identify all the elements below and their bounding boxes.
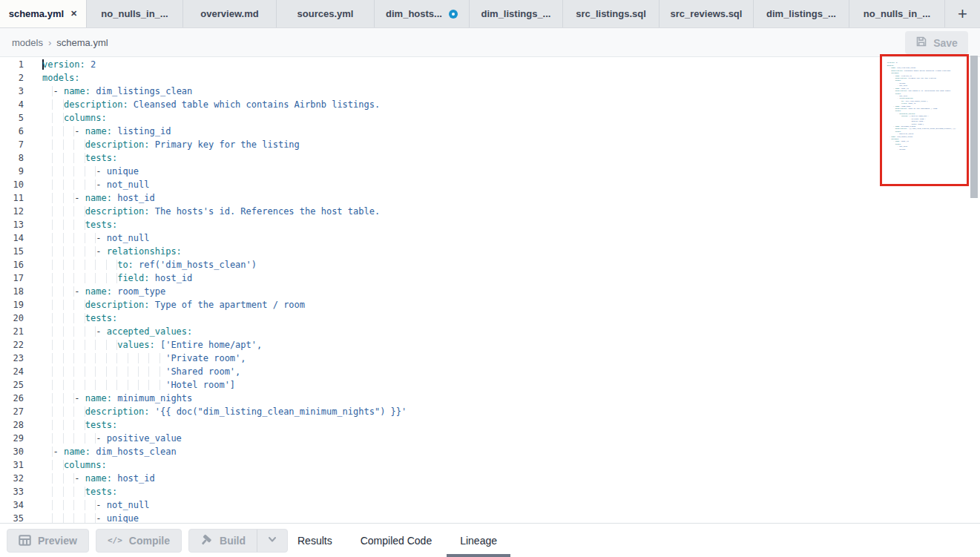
code-line[interactable]: 4 description: Cleansed table which cont… — [0, 98, 980, 111]
code-line-text: description: The hosts's id. References … — [24, 205, 380, 218]
line-number: 15 — [0, 245, 24, 258]
line-number: 18 — [0, 285, 24, 298]
tab-dim-listings[interactable]: dim_listings_... — [470, 0, 563, 27]
code-line-text: - accepted_values: — [24, 325, 192, 338]
code-line[interactable]: 23 'Private room', — [0, 352, 980, 365]
tab-src-reviews-sql[interactable]: src_reviews.sql — [660, 0, 754, 27]
tab-schema-yml[interactable]: schema.yml✕ — [0, 0, 87, 27]
code-line[interactable]: 27 description: '{{ doc("dim_listing_cle… — [0, 405, 980, 418]
line-number: 14 — [0, 231, 24, 245]
line-number: 20 — [0, 312, 24, 325]
code-line[interactable]: 1version: 2 — [0, 58, 980, 71]
minimap[interactable]: version: 2models: - name: dim_listings_c… — [884, 62, 964, 182]
code-line-text: description: Type of the apartment / roo… — [24, 298, 305, 312]
tab-sources-yml[interactable]: sources.yml — [277, 0, 375, 27]
code-line[interactable]: 10 - not_null — [0, 178, 980, 191]
preview-button-label: Preview — [38, 535, 77, 547]
code-editor[interactable]: 1version: 22models:3 - name: dim_listing… — [0, 58, 980, 523]
line-number: 6 — [0, 125, 24, 138]
breadcrumb-filename: schema.yml — [56, 37, 108, 48]
tab-src-listings-sql[interactable]: src_listings.sql — [563, 0, 660, 27]
tab-compiled-code[interactable]: Compiled Code — [359, 524, 434, 557]
editor-tab-bar: schema.yml✕no_nulls_in_...overview.mdsou… — [0, 0, 980, 28]
code-line-text: values: ['Entire home/apt', — [24, 338, 262, 352]
line-number: 1 — [0, 58, 24, 71]
code-line[interactable]: 26 - name: minimum_nights — [0, 392, 980, 405]
line-number: 16 — [0, 258, 24, 271]
code-line-text: - relationships: — [24, 245, 182, 258]
tab-no-nulls-in[interactable]: no_nulls_in_... — [87, 0, 183, 27]
line-number: 28 — [0, 418, 24, 432]
code-line-text: - name: dim_listings_clean — [24, 85, 192, 98]
line-number: 3 — [0, 85, 24, 98]
line-number: 13 — [0, 218, 24, 231]
chevron-right-icon: › — [48, 37, 51, 48]
code-line[interactable]: 35 - unique — [0, 512, 980, 523]
code-line[interactable]: 34 - not_null — [0, 498, 980, 512]
code-line-text: - not_null — [24, 178, 150, 191]
code-line[interactable]: 29 - positive_value — [0, 432, 980, 445]
code-line-text: 'Private room', — [24, 352, 246, 365]
code-line[interactable]: 31 columns: — [0, 458, 980, 472]
line-number: 21 — [0, 325, 24, 338]
code-line[interactable]: 28 tests: — [0, 418, 980, 432]
tab-label: no_nulls_in_... — [101, 8, 168, 19]
code-line[interactable]: 7 description: Primary key for the listi… — [0, 138, 980, 151]
code-line[interactable]: 5 columns: — [0, 111, 980, 125]
code-line[interactable]: 8 tests: — [0, 151, 980, 165]
code-line-text: tests: — [24, 312, 117, 325]
code-line-text: columns: — [24, 458, 107, 472]
code-line[interactable]: 21 - accepted_values: — [0, 325, 980, 338]
code-line[interactable]: 33 tests: — [0, 485, 980, 498]
code-line-text: tests: — [24, 485, 117, 498]
code-line-text: - unique — [884, 148, 905, 150]
line-number: 9 — [0, 165, 24, 178]
build-button[interactable]: Build — [189, 530, 257, 552]
code-line[interactable]: 20 tests: — [0, 312, 980, 325]
build-dropdown-button[interactable] — [257, 530, 287, 552]
compile-button-label: Compile — [129, 535, 170, 547]
code-line-text: field: host_id — [24, 271, 192, 285]
code-line[interactable]: 22 values: ['Entire home/apt', — [0, 338, 980, 352]
tab-results[interactable]: Results — [296, 524, 334, 557]
breadcrumb-models[interactable]: models — [12, 37, 43, 48]
line-number: 4 — [0, 98, 24, 111]
vertical-scrollbar-thumb[interactable] — [970, 56, 978, 198]
code-line[interactable]: 25 'Hotel room'] — [0, 378, 980, 392]
line-number: 7 — [0, 138, 24, 151]
code-line[interactable]: 16 to: ref('dim_hosts_clean') — [0, 258, 980, 271]
code-line[interactable]: 11 - name: host_id — [0, 191, 980, 205]
tab-lineage[interactable]: Lineage — [458, 524, 499, 557]
code-line[interactable]: 3 - name: dim_listings_clean — [0, 85, 980, 98]
close-icon[interactable]: ✕ — [70, 10, 77, 18]
preview-button[interactable]: Preview — [7, 529, 89, 553]
compile-button[interactable]: </>Compile — [96, 529, 182, 553]
code-line[interactable]: 24 'Shared room', — [0, 365, 980, 378]
code-line[interactable]: 2models: — [0, 71, 980, 85]
line-number: 27 — [0, 405, 24, 418]
tab-dim-hosts[interactable]: dim_hosts... — [375, 0, 470, 27]
line-number: 31 — [0, 458, 24, 472]
build-split-button: Build — [188, 529, 288, 553]
code-line[interactable]: 18 - name: room_type — [0, 285, 980, 298]
code-line[interactable]: 17 field: host_id — [0, 271, 980, 285]
code-line[interactable]: 12 description: The hosts's id. Referenc… — [0, 205, 980, 218]
code-line[interactable]: 32 - name: host_id — [0, 472, 980, 485]
code-line-text: - unique — [24, 512, 139, 523]
code-line[interactable]: 19 description: Type of the apartment / … — [0, 298, 980, 312]
code-line[interactable]: 13 tests: — [0, 218, 980, 231]
code-line[interactable]: 30 - name: dim_hosts_clean — [0, 445, 980, 458]
tab-overview-md[interactable]: overview.md — [183, 0, 277, 27]
code-line[interactable]: 9 - unique — [0, 165, 980, 178]
tab-dim-listings[interactable]: dim_listings_... — [754, 0, 849, 27]
code-line[interactable]: 6 - name: listing_id — [0, 125, 980, 138]
line-number: 30 — [0, 445, 24, 458]
code-line-text: - name: dim_hosts_clean — [24, 445, 177, 458]
code-line[interactable]: 14 - not_null — [0, 231, 980, 245]
bottom-panel: Preview</>CompileBuild ResultsCompiled C… — [0, 523, 980, 557]
code-line[interactable]: 15 - relationships: — [0, 245, 980, 258]
new-tab-button[interactable]: + — [945, 0, 980, 27]
code-line-text: version: 2 — [24, 58, 96, 71]
save-button[interactable]: Save — [905, 31, 968, 54]
tab-no-nulls-in[interactable]: no_nulls_in_... — [849, 0, 945, 27]
